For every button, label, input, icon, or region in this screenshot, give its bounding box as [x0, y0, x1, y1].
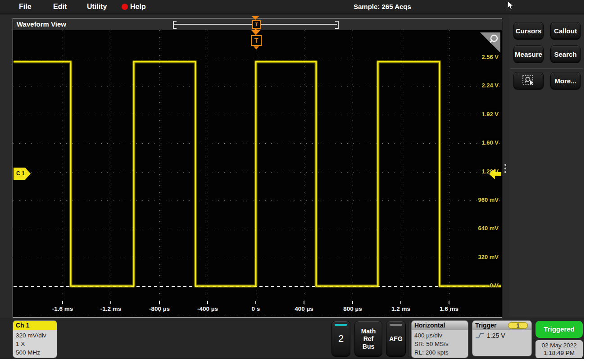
- time-axis-label: 1.6 ms: [429, 305, 469, 312]
- datetime-badge: 02 May 2022 1:18:49 PM: [535, 340, 583, 358]
- bar-divider: [534, 321, 534, 356]
- channel1-probe: 1 X: [16, 340, 54, 348]
- time-axis-label: 0 s: [236, 305, 276, 312]
- search-button[interactable]: Search: [550, 46, 581, 63]
- bus-label: Bus: [363, 343, 374, 350]
- waveform-view-title: Waveform View: [17, 18, 66, 30]
- channel1-waveform-trace: [14, 30, 501, 317]
- screen: File Edit Utility Help Sample: 265 Acqs …: [0, 0, 599, 364]
- trigger-badge-title: Trigger: [475, 322, 496, 329]
- time-axis-label: -800 µs: [139, 305, 180, 312]
- math-ref-bus-button[interactable]: Math Ref Bus: [354, 321, 382, 357]
- time-axis-label: -400 µs: [187, 305, 228, 312]
- menu-bar: File Edit Utility Help Sample: 265 Acqs: [0, 0, 584, 14]
- channel2-button-label: 2: [338, 333, 344, 345]
- time-axis-label: -1.6 ms: [42, 305, 83, 312]
- rising-edge-icon: [475, 332, 484, 339]
- voltage-axis-label: 2.56 V: [463, 54, 499, 60]
- menu-help-label: Help: [130, 3, 146, 10]
- time-axis-label: 400 µs: [284, 305, 324, 312]
- trigger-badge[interactable]: Trigger 1 1.25 V: [472, 320, 532, 356]
- time-axis-tick: [449, 301, 449, 304]
- voltage-axis-label: 2.24 V: [463, 82, 499, 89]
- trigger-position-indicator[interactable]: T: [252, 20, 261, 29]
- time-axis-tick: [62, 301, 63, 304]
- waveform-view-panel: Waveform View T -1.6 ms-1.2 ms-800 µs-40…: [13, 18, 502, 318]
- voltage-axis-label: 1.92 V: [463, 111, 499, 118]
- time-axis-label: 800 µs: [332, 305, 373, 312]
- waveform-plot-area[interactable]: -1.6 ms-1.2 ms-800 µs-400 µs0 s400 µs800…: [14, 30, 501, 317]
- time-axis-tick: [352, 301, 353, 304]
- time-axis-tick: [110, 301, 111, 304]
- time-axis-label: -1.2 ms: [91, 305, 131, 312]
- date-label: 02 May 2022: [541, 341, 576, 349]
- record-dot-icon: [122, 4, 128, 10]
- channel2-button[interactable]: 2: [331, 321, 350, 357]
- channel1-bandwidth: 500 MHz: [16, 348, 54, 357]
- channel1-badge[interactable]: Ch 1 320 mV/div 1 X 500 MHz: [13, 320, 57, 358]
- oscilloscope-app: File Edit Utility Help Sample: 265 Acqs …: [0, 0, 584, 359]
- time-axis-tick: [159, 301, 160, 304]
- voltage-axis-label: 640 mV: [463, 225, 499, 232]
- record-view-left-bracket-icon: [173, 21, 177, 29]
- time-axis-tick: [400, 301, 401, 304]
- record-view-right-bracket-icon: [335, 21, 339, 29]
- bar-divider: [409, 321, 409, 356]
- afg-button-label: AFG: [389, 335, 403, 342]
- menu-file[interactable]: File: [19, 0, 32, 14]
- time-axis-tick: [255, 301, 256, 304]
- measure-button[interactable]: Measure: [513, 46, 544, 63]
- trigger-flag-tail-icon: [254, 46, 259, 50]
- trigger-status-badge: Triggered: [535, 321, 583, 338]
- time-axis-tick: [207, 301, 208, 304]
- channel2-accent-bar: [335, 324, 347, 326]
- time-label: 1:18:49 PM: [544, 349, 575, 357]
- settings-bar: Ch 1 320 mV/div 1 X 500 MHz 2 Math Ref B…: [0, 318, 584, 359]
- toolbar-divider: [510, 68, 583, 69]
- math-label: Math: [361, 328, 376, 335]
- menu-edit[interactable]: Edit: [53, 0, 67, 14]
- more-button[interactable]: More...: [550, 72, 581, 90]
- menu-help[interactable]: Help: [122, 0, 146, 14]
- ref-label: Ref: [363, 335, 374, 343]
- trigger-position-triangle-icon: [252, 16, 259, 20]
- trigger-flag[interactable]: T: [251, 35, 262, 46]
- zoom-mode-button[interactable]: [513, 72, 544, 90]
- acquisition-sample-status: Sample: 265 Acqs: [354, 0, 411, 14]
- channel1-badge-title: Ch 1: [13, 321, 57, 330]
- horizontal-record-length: RL: 200 kpts: [414, 348, 465, 357]
- trigger-level-value: 1.25 V: [487, 332, 505, 339]
- horizontal-badge[interactable]: Horizontal 400 µs/div SR: 50 MS/s RL: 20…: [411, 320, 468, 358]
- horizontal-scale: 400 µs/div: [414, 331, 465, 340]
- voltage-axis-label: 0 V: [463, 282, 499, 289]
- mouse-cursor: [507, 0, 514, 10]
- trigger-flag-label: T: [254, 37, 259, 44]
- voltage-axis-label: 1.60 V: [463, 139, 499, 146]
- horizontal-badge-title: Horizontal: [412, 321, 468, 330]
- zoom-select-icon: [522, 75, 535, 86]
- voltage-axis-label: 960 mV: [463, 196, 499, 203]
- afg-button[interactable]: AFG: [386, 321, 406, 357]
- trigger-flag-triangle-icon: [251, 30, 260, 35]
- time-axis-tick: [304, 301, 304, 304]
- trigger-source-pill: 1: [508, 322, 528, 329]
- voltage-axis-label: 320 mV: [463, 254, 499, 260]
- afg-accent-bar: [390, 324, 402, 326]
- callout-button[interactable]: Callout: [550, 22, 581, 40]
- menu-utility[interactable]: Utility: [87, 0, 107, 14]
- waveform-view-header: Waveform View T: [13, 18, 502, 30]
- channel1-scale: 320 mV/div: [16, 331, 54, 340]
- panel-splitter-handle[interactable]: [503, 162, 508, 178]
- cursors-button[interactable]: Cursors: [513, 22, 544, 40]
- horizontal-sample-rate: SR: 50 MS/s: [414, 340, 465, 348]
- time-axis-label: 1.2 ms: [381, 305, 421, 312]
- trigger-position-indicator-label: T: [255, 22, 258, 27]
- right-toolbar: Cursors Callout Measure Search More...: [509, 15, 584, 317]
